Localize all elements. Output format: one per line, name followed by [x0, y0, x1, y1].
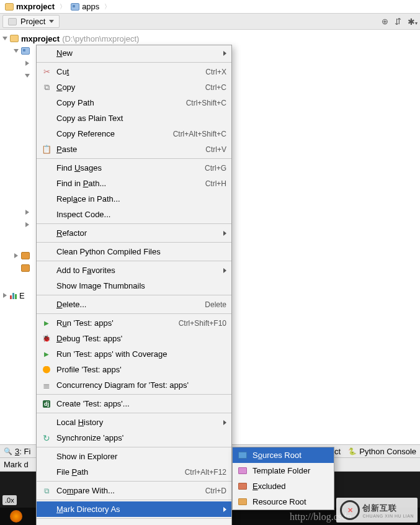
root-name: mxproject: [21, 34, 60, 43]
separator: [37, 62, 231, 63]
copy-icon: ⧉: [42, 83, 51, 92]
folder-icon: [21, 47, 30, 55]
ctx-copy-plain[interactable]: Copy as Plain Text: [37, 110, 231, 126]
search-icon: 🔍: [4, 447, 12, 455]
ctx-debug[interactable]: 🐞Debug 'Test: apps': [37, 331, 231, 346]
python-console-tab[interactable]: 🐍Python Console: [348, 447, 416, 456]
project-view-label: Project: [20, 17, 45, 26]
chevron-down-icon: [49, 20, 54, 23]
expand-arrow-icon[interactable]: [14, 49, 19, 53]
submenu-sources-root[interactable]: Sources Root: [233, 447, 334, 463]
separator: [37, 518, 231, 519]
expand-arrow-icon[interactable]: [25, 61, 29, 66]
ext-libs-label: E: [19, 291, 25, 300]
gear-icon[interactable]: ✱▾: [408, 17, 418, 27]
separator: [37, 447, 231, 447]
ctx-inspect-code[interactable]: Inspect Code...: [37, 207, 231, 222]
chevron-right-icon: 〉: [60, 2, 66, 11]
concurrency-icon: ≣: [42, 380, 51, 390]
ctx-mark-directory-as[interactable]: Mark Directory As: [37, 501, 231, 517]
ctx-create-test[interactable]: djCreate 'Test: apps'...: [37, 396, 231, 411]
project-icon: [8, 18, 17, 25]
firefox-icon[interactable]: [10, 510, 22, 523]
run-icon: ▶: [42, 320, 51, 326]
folder-icon: [5, 3, 14, 11]
project-view-dropdown[interactable]: Project: [2, 15, 60, 28]
expand-arrow-icon[interactable]: [25, 210, 29, 215]
separator: [37, 413, 231, 413]
collapse-icon[interactable]: ⇵: [395, 17, 401, 26]
ctx-copy[interactable]: ⧉CopyCtrl+C: [37, 79, 231, 95]
watermark-text: 创新互联: [362, 503, 414, 514]
ctx-sync[interactable]: ↻Synchronize 'apps': [37, 430, 231, 446]
submenu-resource-root[interactable]: Resource Root: [233, 494, 334, 509]
breadcrumb-apps-label: apps: [82, 2, 99, 11]
target-icon[interactable]: ⊕: [382, 17, 388, 26]
find-tool-tab[interactable]: 🔍3: Fi: [4, 447, 30, 456]
root-path: (D:\python\mxproject): [62, 34, 139, 43]
ctx-run[interactable]: ▶Run 'Test: apps'Ctrl+Shift+F10: [37, 315, 231, 331]
template-folder-icon: [238, 467, 248, 474]
folder-icon: [21, 264, 30, 272]
submenu-arrow-icon: [223, 231, 226, 236]
ctx-file-path[interactable]: File PathCtrl+Alt+F12: [37, 464, 231, 480]
submenu-arrow-icon: [223, 51, 226, 56]
ctx-coverage[interactable]: ▶Run 'Test: apps' with Coverage: [37, 346, 231, 362]
ctx-replace-in-path[interactable]: Replace in Path...: [37, 191, 231, 207]
site-watermark: ✕ 创新互联 CHUANG XIN HU LIAN: [336, 498, 418, 523]
bug-icon: 🐞: [42, 334, 51, 343]
expand-arrow-icon[interactable]: [3, 293, 7, 298]
ctx-diagrams[interactable]: ⊞Diagrams: [37, 520, 231, 525]
scissors-icon: ✂: [42, 67, 51, 76]
resource-root-icon: [238, 498, 248, 505]
expand-arrow-icon[interactable]: [25, 222, 29, 227]
ctx-find-in-path[interactable]: Find in Path...Ctrl+H: [37, 176, 231, 191]
ctx-copy-path[interactable]: Copy PathCtrl+Shift+C: [37, 95, 231, 110]
ctx-refactor[interactable]: Refactor: [37, 225, 231, 241]
submenu-excluded[interactable]: Excluded: [233, 478, 334, 494]
ctx-concurrency[interactable]: ≣Concurrency Diagram for 'Test: apps': [37, 377, 231, 393]
ctx-new[interactable]: New: [37, 45, 231, 61]
separator: [37, 500, 231, 500]
folder-icon: [10, 35, 19, 42]
separator: [37, 158, 231, 159]
folder-icon: [71, 3, 79, 11]
watermark-logo-icon: ✕: [340, 500, 360, 520]
ctx-delete[interactable]: Delete...Delete: [37, 297, 231, 312]
excluded-icon: [238, 483, 248, 490]
python-icon: 🐍: [348, 447, 357, 455]
ctx-show-thumbs[interactable]: Show Image Thumbnails: [37, 278, 231, 294]
ctx-copy-ref[interactable]: Copy ReferenceCtrl+Alt+Shift+C: [37, 126, 231, 141]
ctx-local-history[interactable]: Local History: [37, 415, 231, 430]
ctx-compare[interactable]: ⧉Compare With...Ctrl+D: [37, 483, 231, 498]
ctx-profile[interactable]: Profile 'Test: apps': [37, 362, 231, 377]
expand-arrow-icon[interactable]: [25, 74, 30, 78]
submenu-template-folder[interactable]: Template Folder: [233, 463, 334, 478]
ctx-find-usages[interactable]: Find UsagesCtrl+G: [37, 160, 231, 176]
mark-directory-submenu: Sources Root Template Folder Excluded Re…: [232, 447, 334, 510]
sources-root-icon: [238, 452, 248, 459]
expand-arrow-icon[interactable]: [14, 253, 18, 258]
ctx-add-fav[interactable]: Add to Favorites: [37, 262, 231, 278]
ctx-paste[interactable]: 📋PasteCtrl+V: [37, 141, 231, 157]
sync-icon: ↻: [42, 433, 51, 443]
tree-row-root[interactable]: mxproject (D:\python\mxproject): [0, 32, 420, 45]
separator: [37, 481, 231, 482]
coverage-icon: ▶: [42, 351, 51, 357]
separator: [37, 223, 231, 224]
ctx-cut[interactable]: ✂CutCtrl+X: [37, 64, 231, 79]
expand-arrow-icon[interactable]: [2, 37, 7, 40]
breadcrumb-root[interactable]: mxproject: [2, 2, 57, 11]
ctx-show-explorer[interactable]: Show in Explorer: [37, 449, 231, 464]
context-menu: New ✂CutCtrl+X ⧉CopyCtrl+C Copy PathCtrl…: [36, 45, 232, 525]
separator: [37, 261, 231, 261]
submenu-arrow-icon: [223, 268, 226, 273]
compare-icon: ⧉: [42, 487, 51, 495]
django-icon: dj: [42, 400, 51, 408]
breadcrumb-apps[interactable]: apps: [68, 2, 102, 11]
chevron-right-icon: 〉: [104, 2, 110, 11]
status-text: Mark d: [4, 460, 29, 469]
separator: [37, 394, 231, 395]
ctx-clean-pyc[interactable]: Clean Python Compiled Files: [37, 244, 231, 259]
paste-icon: 📋: [42, 145, 51, 154]
